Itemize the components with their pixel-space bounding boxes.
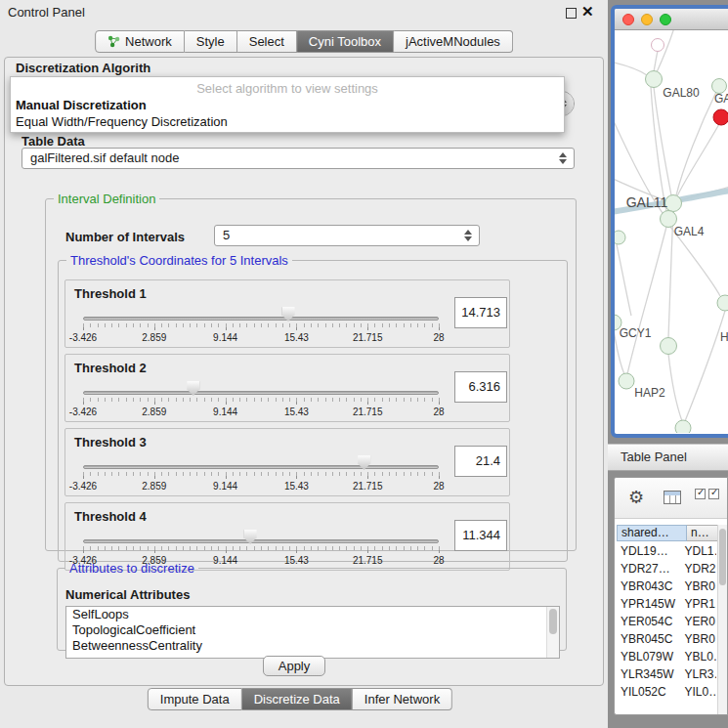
column-browser-icon[interactable] — [664, 491, 681, 504]
threshold-value[interactable]: 14.713 — [454, 297, 507, 328]
threshold-value[interactable]: 21.4 — [454, 446, 507, 477]
table-cell[interactable]: YBR045C — [617, 630, 680, 648]
algorithm-option[interactable]: Manual Discretization — [11, 97, 564, 113]
network-edge[interactable] — [685, 311, 725, 421]
screen: Control Panel ✕ NetworkStyleSelectCyni T… — [0, 0, 728, 728]
apply-button[interactable]: Apply — [263, 656, 325, 676]
threshold-slider[interactable]: -3.4262.8599.14415.4321.71528 — [83, 452, 439, 495]
table-cell[interactable]: YIL0… — [680, 683, 716, 701]
scrollbar-thumb[interactable] — [719, 529, 726, 585]
tab-impute-data[interactable]: Impute Data — [148, 688, 242, 710]
table-cell[interactable]: YER0… — [680, 613, 716, 630]
threshold-slider[interactable]: -3.4262.8599.14415.4321.71528 — [83, 378, 439, 421]
network-edge[interactable] — [651, 87, 666, 211]
tab-select[interactable]: Select — [237, 30, 297, 53]
attribute-item[interactable]: BetweennessCentrality — [66, 638, 559, 654]
network-node[interactable] — [615, 231, 625, 244]
table-cell[interactable]: YLR3… — [680, 665, 716, 683]
table-row[interactable]: YPR145WYPR1… — [617, 595, 716, 613]
scrollbar-thumb[interactable] — [549, 609, 557, 634]
slider-track[interactable] — [83, 539, 439, 543]
attributes-scrollbar[interactable] — [546, 607, 559, 658]
table-cell[interactable]: YBR043C — [617, 578, 680, 595]
table-cell[interactable]: YPR1… — [680, 595, 716, 613]
network-node[interactable] — [661, 338, 677, 355]
scale-label: 21.715 — [353, 481, 383, 492]
checkbox-icon[interactable] — [708, 489, 719, 499]
network-window-titlebar[interactable] — [615, 9, 728, 30]
table-cell[interactable]: YDR27… — [617, 560, 680, 578]
tab-jactivemnodules[interactable]: jActiveMNodules — [394, 30, 513, 53]
slider-track[interactable] — [83, 317, 439, 321]
node-label: GCY1 — [620, 326, 652, 340]
table-row[interactable]: YDL19…YDL1… — [617, 542, 716, 560]
tab-network[interactable]: Network — [95, 30, 185, 53]
network-edge[interactable] — [668, 354, 682, 421]
table-cell[interactable]: YBL079W — [617, 648, 680, 665]
num-intervals-combobox[interactable]: 5 — [214, 225, 480, 246]
interval-definition-title: Interval Definition — [54, 192, 159, 206]
network-node-selected[interactable] — [713, 109, 728, 125]
scale-label: 9.144 — [213, 481, 237, 492]
attribute-item[interactable]: SelfLoops — [66, 607, 559, 622]
table-cell[interactable]: YBR0… — [680, 630, 716, 648]
table-scrollbar[interactable] — [717, 525, 727, 714]
network-edge[interactable] — [677, 124, 719, 196]
table-cell[interactable]: YER054C — [617, 613, 680, 630]
minimize-traffic-light-icon[interactable] — [641, 14, 653, 25]
network-node[interactable] — [675, 420, 691, 433]
network-node[interactable] — [619, 373, 634, 389]
float-window-icon[interactable] — [566, 8, 577, 19]
table-row[interactable]: YLR345WYLR3… — [617, 665, 716, 683]
column-header[interactable]: shared… — [617, 525, 687, 541]
algorithm-option[interactable]: Equal Width/Frequency Discretization — [11, 113, 564, 130]
slider-track[interactable] — [83, 391, 439, 395]
scale-label: 15.43 — [284, 481, 309, 492]
table-row[interactable]: YBR045CYBR0… — [617, 630, 716, 648]
table-row[interactable]: YER054CYER0… — [617, 613, 716, 630]
threshold-value[interactable]: 6.316 — [454, 371, 507, 403]
slider-track[interactable] — [83, 465, 439, 469]
table-cell[interactable]: YDR2… — [680, 560, 716, 578]
algorithm-popup-options: Manual DiscretizationEqual Width/Frequen… — [11, 97, 564, 130]
table-row[interactable]: YIL052CYIL0… — [617, 683, 716, 701]
table-row[interactable]: YBL079WYBL0… — [617, 648, 716, 665]
zoom-traffic-light-icon[interactable] — [660, 14, 671, 25]
tab-infer-network[interactable]: Infer Network — [353, 688, 452, 710]
tab-cyni-toolbox[interactable]: Cyni Toolbox — [297, 30, 394, 53]
table-cell[interactable]: YBR0… — [680, 578, 716, 595]
tab-style[interactable]: Style — [185, 30, 237, 53]
table-cell[interactable]: YDL1… — [680, 542, 716, 560]
attribute-item[interactable]: TopologicalCoefficient — [66, 622, 559, 638]
scale-label: 2.859 — [142, 481, 166, 492]
close-traffic-light-icon[interactable] — [622, 14, 634, 25]
network-edge[interactable] — [654, 51, 658, 71]
table-cell[interactable]: YLR345W — [617, 665, 680, 683]
table-data-combobox[interactable]: galFiltered.sif default node — [21, 148, 575, 169]
table-cell[interactable]: YIL052C — [617, 683, 680, 701]
algorithm-popup: Select algorithm to view settings Manual… — [10, 76, 565, 133]
network-edge[interactable] — [627, 227, 666, 374]
tab-label: Select — [249, 34, 284, 49]
node-label: GAL4 — [674, 225, 705, 238]
checkbox-icon[interactable] — [695, 489, 706, 499]
table-row[interactable]: YBR043CYBR0… — [617, 578, 716, 595]
close-icon[interactable]: ✕ — [581, 3, 594, 21]
threshold-value[interactable]: 11.344 — [454, 520, 507, 551]
network-edge[interactable] — [617, 244, 631, 316]
network-edge[interactable] — [615, 62, 647, 75]
table-cell[interactable]: YPR145W — [617, 595, 680, 613]
network-edge[interactable] — [676, 92, 716, 195]
network-node[interactable] — [646, 71, 663, 88]
tab-discretize-data[interactable]: Discretize Data — [242, 688, 353, 710]
network-node[interactable] — [652, 39, 664, 52]
network-canvas[interactable]: GAL80GAGAL11GAL4GCY1HAP2H — [615, 30, 728, 433]
table-cell[interactable]: YDL19… — [617, 542, 680, 560]
gear-icon[interactable]: ⚙ — [628, 487, 644, 508]
control-panel: Control Panel ✕ NetworkStyleSelectCyni T… — [0, 0, 608, 728]
attributes-listbox[interactable]: SelfLoopsTopologicalCoefficientBetweenne… — [65, 606, 560, 659]
table-row[interactable]: YDR27…YDR2… — [617, 560, 716, 578]
network-node[interactable] — [717, 295, 728, 311]
table-cell[interactable]: YBL0… — [680, 648, 716, 665]
threshold-slider[interactable]: -3.4262.8599.14415.4321.71528 — [83, 304, 439, 347]
